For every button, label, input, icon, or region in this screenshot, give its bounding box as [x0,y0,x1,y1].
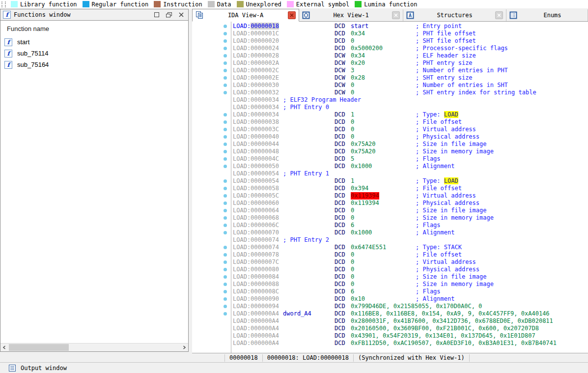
disassembly-listing[interactable]: LOAD:00000018DCDstart; Entry pointLOAD:0… [231,22,588,353]
listing-line[interactable]: LOAD:00000028DCW0x34; ELF header size [231,52,588,59]
listing-line[interactable]: LOAD:00000070DCD0x1000; Alignment [231,229,588,236]
tab-ida-view-a[interactable]: IDA View-A [192,9,299,22]
listing-line[interactable]: LOAD:00000068DCD0; Size in memory image [231,214,588,222]
tab-structures[interactable]: AStructures [403,9,506,21]
listing-line[interactable]: LOAD:000000A4DCD0x43901, 0x54F20319, 0x1… [231,332,588,340]
tab-close-icon[interactable] [495,11,503,19]
listing-line[interactable]: LOAD:00000054; PHT Entry 1 [231,170,588,177]
listing-line[interactable]: LOAD:0000007CDCD0; Virtual address [231,258,588,266]
address-dot-icon [224,305,227,308]
legend-color-swatch [154,1,161,7]
output-window-titlebar[interactable]: Output window [0,362,588,373]
listing-line[interactable]: LOAD:000000A4dword_A4DCD0x116BE8, 0x116B… [231,310,588,317]
listing-line[interactable]: LOAD:00000074DCD0x6474E551; Type: STACK [231,244,588,251]
mnemonic: DCD [335,23,345,30]
toolbar-grip-icon[interactable] [1,1,6,7]
listing-line[interactable]: LOAD:00000020DCD0; SHT file offset [231,37,588,45]
address: LOAD:00000078 [233,251,279,258]
operand: 0x6474E551 [351,244,386,251]
listing-line[interactable]: LOAD:00000038DCD0; File offset [231,118,588,126]
disassembly-view[interactable]: LOAD:00000018DCDstart; Entry pointLOAD:0… [192,22,588,353]
address-dot-icon [224,201,227,205]
scroll-left-icon[interactable] [0,344,8,351]
listing-line[interactable]: LOAD:00000030DCW0; Number of entries in … [231,82,588,89]
scrollbar-thumb[interactable] [9,344,69,351]
inline-comment: ; ELF32 Program Header [283,96,361,104]
listing-line[interactable]: LOAD:00000034; PHT Entry 0 [231,104,588,111]
address: LOAD:00000070 [233,229,279,236]
listing-line[interactable]: LOAD:0000003CDCD0; Virtual address [231,126,588,133]
listing-line[interactable]: LOAD:00000058DCD0x394; File offset [231,185,588,192]
listing-line[interactable]: LOAD:0000005CDCD0x119394; Virtual addres… [231,192,588,200]
listing-line[interactable]: LOAD:0000001CDCD0x34; PHT file offset [231,30,588,37]
listing-line[interactable]: LOAD:0000002ADCW0x20; PHT entry size [231,59,588,67]
mnemonic: DCD [335,258,345,266]
mnemonic: DCD [335,177,345,185]
listing-line[interactable]: LOAD:00000088DCD0; Size in memory image [231,281,588,288]
listing-line[interactable]: LOAD:0000004CDCD5; Flags [231,155,588,163]
listing-line[interactable]: LOAD:00000024DCD0x5000200; Processor-spe… [231,45,588,52]
comment: ; Physical address [416,266,479,273]
view-tabbar: IDA View-AHex View-1AStructuresEnums [192,9,588,22]
listing-line[interactable]: LOAD:00000094DCD0x799D46DE, 0x21585055, … [231,303,588,310]
tab-hex-view-1[interactable]: Hex View-1 [299,9,403,21]
scroll-right-icon[interactable] [180,344,188,351]
tab-close-icon[interactable] [392,11,400,19]
listing-line[interactable]: LOAD:00000084DCD0; Size in file image [231,273,588,281]
function-icon: f [4,50,12,57]
listing-line[interactable]: LOAD:0000008CDCD6; Flags [231,288,588,295]
mnemonic: DCD [335,244,345,251]
listing-line[interactable]: LOAD:00000050DCD0x1000; Alignment [231,163,588,170]
close-icon[interactable] [178,12,184,18]
listing-line[interactable]: LOAD:0000002EDCW0x28; SHT entry size [231,74,588,82]
listing-line[interactable]: LOAD:00000048DCD0x75A20; Size in memory … [231,148,588,155]
listing-line[interactable]: LOAD:00000074; PHT Entry 2 [231,236,588,244]
comment: ; Flags [416,222,441,229]
comment: ; Physical address [416,200,479,207]
listing-line[interactable]: LOAD:00000090DCD0x10; Alignment [231,295,588,303]
listing-line[interactable]: LOAD:00000078DCD0; File offset [231,251,588,258]
horizontal-scrollbar[interactable] [0,343,188,351]
listing-line[interactable]: LOAD:00000080DCD0; Physical address [231,266,588,273]
listing-line[interactable]: LOAD:00000060DCD0x119394; Physical addre… [231,200,588,207]
functions-window-titlebar[interactable]: f Functions window [0,9,188,20]
listing-line[interactable]: LOAD:000000A4DCD0x20160500, 0x3609BF00, … [231,325,588,332]
operand: 0x34 [351,30,365,37]
mnemonic: DCD [335,288,345,295]
listing-line[interactable]: LOAD:00000018DCDstart; Entry point [231,23,588,30]
tab-close-icon[interactable] [288,11,296,19]
mnemonic: DCD [335,133,345,141]
address-dot-icon [224,120,227,124]
functions-list: Function name fstartfsub_75114fsub_75164 [0,20,188,351]
listing-line[interactable]: LOAD:000000A4DCD0x2800031F, 0x41B7600, 0… [231,317,588,325]
listing-line[interactable]: LOAD:00000054DCD1; Type: LOAD [231,177,588,185]
function-row[interactable]: fsub_75164 [0,59,188,70]
function-row[interactable]: fstart [0,36,188,48]
listing-line[interactable]: LOAD:000000A4DCD0xFB112D50, 0xAC190507, … [231,340,588,347]
listing-line[interactable]: LOAD:00000034DCD1; Type: LOAD [231,111,588,118]
maximize-icon[interactable] [154,12,160,18]
tab-enums[interactable]: Enums [506,9,588,21]
listing-line[interactable]: LOAD:00000040DCD0; Physical address [231,133,588,141]
listing-line[interactable]: LOAD:00000032DCW0; SHT entry index for s… [231,89,588,96]
address: LOAD:000000A4 [233,310,279,317]
address-dot-icon [224,209,227,212]
hex-view-icon [302,11,310,19]
comment: ; Size in memory image [416,214,494,222]
function-row[interactable]: fsub_75114 [0,48,188,59]
listing-line[interactable]: LOAD:00000034; ELF32 Program Header [231,96,588,104]
listing-line[interactable]: LOAD:00000044DCD0x75A20; Size in file im… [231,141,588,148]
address: LOAD:0000002E [233,74,279,82]
functions-column-header[interactable]: Function name [0,21,188,32]
float-window-icon[interactable] [166,12,172,18]
address-dot-icon [224,61,227,65]
listing-line[interactable]: LOAD:00000064DCD0; Size in file image [231,207,588,214]
address-dot-icon [224,312,227,316]
operand: 6 [351,222,354,229]
listing-line[interactable]: LOAD:0000002CDCW3; Number of entries in … [231,67,588,74]
comment-keyword-highlight: LOAD [444,177,458,184]
function-name: sub_75164 [17,61,49,68]
listing-line[interactable]: LOAD:0000006CDCD6; Flags [231,222,588,229]
mnemonic: DCD [335,222,345,229]
address: LOAD:00000048 [233,148,279,155]
